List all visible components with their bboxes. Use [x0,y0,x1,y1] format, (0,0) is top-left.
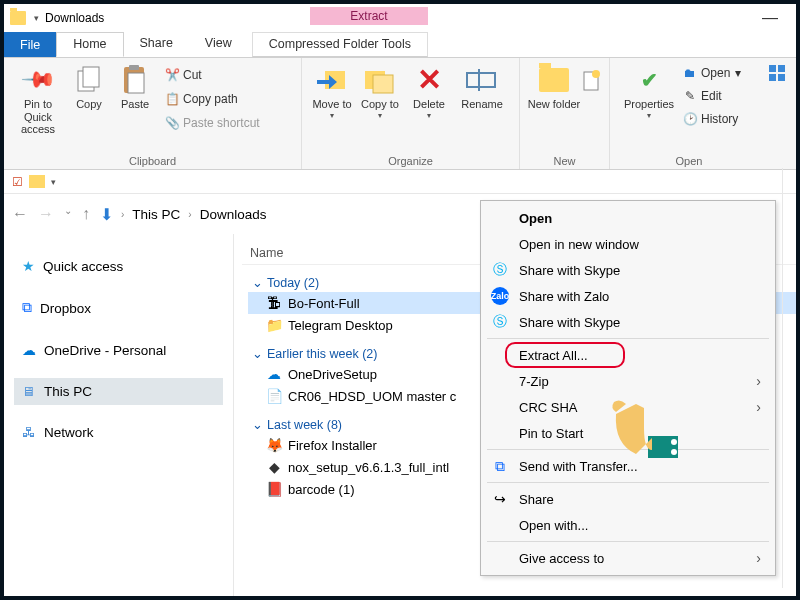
folder-icon [29,175,45,188]
new-folder-icon [539,62,569,98]
minimize-button[interactable]: — [750,9,790,27]
paste-button[interactable]: Paste [112,62,158,136]
menu-open[interactable]: Open [481,205,775,231]
select-grid-icon[interactable] [768,64,786,82]
ribbon-group-new: New folder New [520,58,610,169]
copy-button[interactable]: Copy [66,62,112,136]
crumb-this-pc[interactable]: This PC [132,207,180,222]
qat-dropdown-icon[interactable]: ▾ [34,13,39,23]
menu-give-access[interactable]: Give access to› [481,545,775,571]
crumb-downloads[interactable]: Downloads [200,207,267,222]
pointer-hand-graphic [596,384,686,474]
svg-rect-14 [778,65,785,72]
rename-button[interactable]: Rename [454,62,510,120]
network-icon: 🖧 [22,425,36,440]
qat-dropdown[interactable]: ▾ [51,177,56,187]
menu-share[interactable]: ↪Share [481,486,775,512]
move-to-icon [315,62,349,98]
tab-share[interactable]: Share [124,32,189,57]
menu-extract-all[interactable]: Extract All... [481,342,775,368]
paste-label: Paste [121,98,149,111]
svg-point-19 [671,449,677,455]
svg-rect-3 [128,73,144,93]
cut-button[interactable]: ✂️Cut [164,66,260,84]
folder-icon [10,11,26,25]
sidebar-item-onedrive[interactable]: ☁OneDrive - Personal [14,336,223,364]
svg-rect-13 [769,65,776,72]
paste-icon [120,62,150,98]
menu-open-new-window[interactable]: Open in new window [481,231,775,257]
move-to-button[interactable]: Move to▾ [308,62,356,120]
pin-quick-access-button[interactable]: 📌 Pin to Quick access [10,62,66,136]
copy-path-button[interactable]: 📋Copy path [164,90,260,108]
svg-rect-4 [129,65,139,70]
qat-row: ☑ ▾ [4,170,796,194]
tab-home[interactable]: Home [56,32,123,57]
breadcrumb[interactable]: ⬇ › This PC › Downloads [100,205,267,224]
edit-icon: ✎ [682,88,698,104]
nox-icon: ◆ [266,459,282,475]
right-edge [782,168,796,588]
sidebar-item-network[interactable]: 🖧Network [14,419,223,446]
dropbox-icon: ⧉ [22,300,32,316]
word-icon: 📄 [266,388,282,404]
open-icon: 🖿 [682,65,698,81]
copy-path-icon: 📋 [164,91,180,107]
chevron-down-icon: ⌄ [252,417,263,432]
menu-open-with[interactable]: Open with... [481,512,775,538]
tab-view[interactable]: View [189,32,248,57]
scissors-icon: ✂️ [164,67,180,83]
skype-icon: Ⓢ [491,261,509,279]
svg-rect-8 [373,75,393,93]
group-title-clipboard: Clipboard [10,153,295,167]
history-button[interactable]: 🕑History [682,110,741,128]
skype-icon: Ⓢ [491,313,509,331]
group-title-organize: Organize [308,153,513,167]
qat-check-icon[interactable]: ☑ [12,175,23,189]
pin-label: Pin to Quick access [10,98,66,136]
ribbon-tabs: File Home Share View Compressed Folder T… [4,32,796,58]
menu-separator [487,482,769,483]
ribbon-group-organize: Move to▾ Copy to▾ ✕ Delete▾ Rename Organ… [302,58,520,169]
zip-icon: 🗜 [266,295,282,311]
svg-rect-15 [769,74,776,81]
menu-share-skype[interactable]: ⓈShare with Skype [481,257,775,283]
chevron-right-icon[interactable]: › [121,209,124,220]
new-item-icon[interactable] [582,70,602,92]
menu-separator [487,541,769,542]
menu-separator [487,338,769,339]
nav-forward-icon: → [38,205,54,223]
tab-file[interactable]: File [4,32,56,57]
history-icon: 🕑 [682,111,698,127]
ribbon-group-open: ✔ Properties▾ 🖿Open▾ ✎Edit 🕑History Open [610,58,768,169]
new-folder-button[interactable]: New folder [526,62,582,111]
tab-compressed-tools[interactable]: Compressed Folder Tools [252,32,428,57]
open-button[interactable]: 🖿Open▾ [682,64,741,82]
ribbon-group-clipboard: 📌 Pin to Quick access Copy Paste ✂️Cut 📋… [4,58,302,169]
navigation-pane: ★Quick access ⧉Dropbox ☁OneDrive - Perso… [4,234,234,596]
chevron-right-icon[interactable]: › [188,209,191,220]
nav-up-icon[interactable]: ↑ [82,205,90,223]
chevron-right-icon: › [756,373,761,389]
menu-share-skype-2[interactable]: ⓈShare with Skype [481,309,775,335]
ribbon: 📌 Pin to Quick access Copy Paste ✂️Cut 📋… [4,58,796,170]
properties-button[interactable]: ✔ Properties▾ [616,62,682,128]
paste-shortcut-button[interactable]: 📎Paste shortcut [164,114,260,132]
pdf-icon: 📕 [266,481,282,497]
svg-rect-1 [83,67,99,87]
ribbon-select-group [768,58,788,169]
svg-point-18 [671,439,677,445]
nav-back-icon[interactable]: ← [12,205,28,223]
zalo-icon: Zalo [491,287,509,305]
sidebar-item-dropbox[interactable]: ⧉Dropbox [14,294,223,322]
menu-share-zalo[interactable]: ZaloShare with Zalo [481,283,775,309]
sidebar-item-this-pc[interactable]: 🖥This PC [14,378,223,405]
nav-recent-icon[interactable]: ⌄ [64,205,72,223]
delete-icon: ✕ [417,62,442,98]
delete-button[interactable]: ✕ Delete▾ [404,62,454,120]
copy-to-button[interactable]: Copy to▾ [356,62,404,120]
sidebar-item-quick-access[interactable]: ★Quick access [14,252,223,280]
edit-button[interactable]: ✎Edit [682,87,741,105]
copy-label: Copy [76,98,102,111]
firefox-icon: 🦊 [266,437,282,453]
